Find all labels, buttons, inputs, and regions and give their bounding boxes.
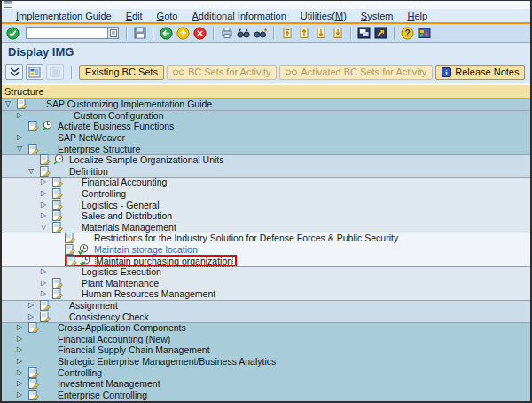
expand-node-icon[interactable]: ▷ [17,133,28,142]
tree-item-label[interactable]: SAP Customizing Implementation Guide [46,99,212,109]
tree-item[interactable]: ▽Definition [2,166,530,178]
tree-item-label[interactable]: Restrictions for the Industry Solution f… [94,233,398,243]
menu-item-implementation-guide[interactable]: Implementation Guide [9,11,119,21]
menu-item-edit[interactable]: Edit [119,11,150,21]
execute-activity-icon[interactable] [42,121,55,131]
doc-icon[interactable] [28,390,42,400]
menu-item-utilities-m[interactable]: Utilities(M) [293,11,354,21]
first-page-icon[interactable] [279,26,294,41]
doc-icon[interactable] [40,166,53,177]
tree-item[interactable]: ▷Custom Configuration [2,110,530,122]
last-page-icon[interactable] [330,26,345,41]
tree-item-label[interactable]: Financial Supply Chain Management [58,344,210,355]
execute-activity-icon[interactable] [80,256,93,266]
collapse-node-icon[interactable]: ▽ [28,167,40,176]
tree-item[interactable]: ▷Financial Supply Chain Management [2,344,530,356]
tree-item-label[interactable]: SAP NetWeaver [58,132,125,143]
menu-item-system[interactable]: System [354,11,401,21]
expand-node-icon[interactable]: ▷ [41,201,52,209]
exit-icon[interactable] [176,26,191,41]
tree-item-label[interactable]: Financial Accounting [82,177,167,187]
expand-node-icon[interactable]: ▷ [41,279,52,288]
doc-icon[interactable] [52,177,66,187]
tree-item[interactable]: ▷Controlling [2,367,530,378]
tree-item[interactable]: ▷Consistency Check [2,311,530,322]
menu-item-goto[interactable]: Goto [150,11,185,21]
tree-item-label[interactable]: Custom Configuration [74,110,164,121]
tree-item[interactable]: ▷Logistics Execution [2,266,530,278]
expand-node-icon[interactable]: ▷ [17,323,28,332]
collapse-node-icon[interactable]: ▽ [41,223,52,232]
command-field[interactable] [26,27,107,39]
expand-node-icon[interactable]: ▷ [41,211,52,220]
tree-item-label[interactable]: Maintain purchasing organization [96,256,232,266]
tree-item[interactable]: ▷Logistics - General [2,199,530,210]
expand-all-icon[interactable] [5,64,23,80]
customize-layout-icon[interactable] [417,26,432,41]
tree-item[interactable]: ▷Financial Accounting [2,177,530,188]
expand-node-icon[interactable]: ▷ [28,312,40,321]
doc-icon[interactable] [52,200,66,210]
expand-node-icon[interactable]: ▷ [41,178,52,186]
tree-item[interactable]: ▷Strategic Enterprise Management/Busines… [2,356,530,367]
doc-icon[interactable] [52,188,66,199]
cancel-icon[interactable] [192,26,207,41]
doc-icon[interactable] [40,154,53,165]
collapse-node-icon[interactable]: ▽ [17,145,28,154]
expand-node-icon[interactable]: ▷ [17,111,28,120]
doc-icon[interactable] [28,367,42,378]
tree-item-label[interactable]: Activate Business Functions [58,121,174,131]
tree-item-label[interactable]: Strategic Enterprise Management/Business… [58,356,276,367]
back-icon[interactable] [159,26,174,41]
doc-icon[interactable] [28,144,42,154]
tree-item-label[interactable]: Cross-Application Components [58,322,186,333]
command-field-dropdown-icon[interactable] [107,27,119,39]
expand-node-icon[interactable]: ▷ [17,391,28,399]
doc-icon[interactable] [17,99,30,109]
expand-node-icon[interactable]: ▷ [17,357,28,366]
doc-icon[interactable] [66,256,80,266]
expand-node-icon[interactable]: ▷ [17,345,28,354]
help-icon[interactable]: ? [400,26,415,41]
release-notes-button[interactable]: i Release Notes [435,65,525,80]
tree-item[interactable]: ▽Enterprise Structure [2,143,530,154]
tree-item[interactable]: ▽Materials Management [2,222,530,233]
tree-item[interactable]: Activate Business Functions [2,121,530,132]
tree-item-label[interactable]: Assignment [69,300,118,311]
tree-item[interactable]: ▷Cross-Application Components [2,322,530,334]
print-icon[interactable] [219,26,234,41]
tree-item[interactable]: ▷Controlling [2,188,530,200]
tree-item[interactable]: Localize Sample Organizational Units [2,154,530,166]
tree-item-label[interactable]: Consistency Check [69,312,149,322]
doc-icon[interactable] [28,322,42,333]
expand-node-icon[interactable]: ▷ [17,368,28,377]
expand-node-icon[interactable]: ▷ [41,267,52,276]
find-icon[interactable] [236,26,251,41]
tree-item[interactable]: ▷Financial Accounting (New) [2,333,530,344]
expand-node-icon[interactable]: ▷ [17,335,28,344]
tree-item-label[interactable]: Plant Maintenance [82,278,159,288]
doc-icon[interactable] [28,121,42,131]
tree-item-label[interactable]: Human Resources Management [82,288,215,299]
doc-icon[interactable] [65,244,78,255]
tree-item-label[interactable]: Enterprise Structure [58,144,140,154]
expand-node-icon[interactable]: ▷ [41,189,52,198]
create-shortcut-icon[interactable] [373,26,388,41]
tree-item[interactable]: ▷SAP NetWeaver [2,132,530,144]
find-next-icon[interactable] [253,26,268,41]
enter-icon[interactable] [5,26,20,41]
tree-item[interactable]: ▽SAP Customizing Implementation Guide [2,99,530,110]
tree-item-label[interactable]: Enterprise Controlling [58,390,147,400]
tree-item-label[interactable]: Logistics - General [82,200,160,210]
expand-node-icon[interactable]: ▷ [28,301,40,310]
expand-node-icon[interactable]: ▷ [41,289,52,298]
tree-item[interactable]: ▷Assignment [2,300,530,312]
doc-icon[interactable] [52,210,66,221]
next-page-icon[interactable] [313,26,328,41]
tree-item[interactable]: ▷Sales and Distribution [2,210,530,222]
tree-item-label[interactable]: Logistics Execution [82,266,161,277]
doc-icon[interactable] [65,233,78,243]
menu-item-additional-information[interactable]: Additional Information [184,11,293,21]
doc-icon[interactable] [52,222,66,233]
doc-icon[interactable] [40,300,53,311]
